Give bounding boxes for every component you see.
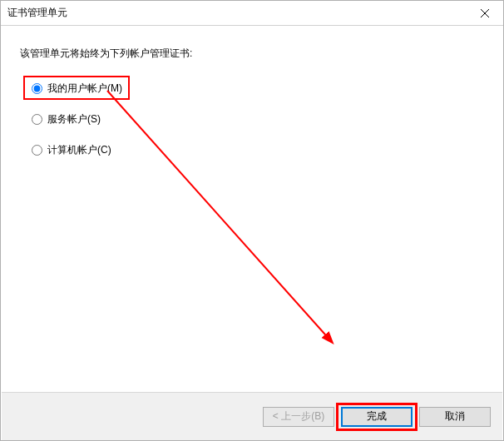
radio-computer-label: 计算机帐户(C) [47,143,111,157]
radio-my-user-account[interactable]: 我的用户帐户(M) [30,79,484,98]
close-icon [481,9,489,17]
window-title: 证书管理单元 [7,6,67,20]
finish-button[interactable]: 完成 [341,407,413,427]
radio-computer-input[interactable] [32,145,42,156]
dialog-window: 证书管理单元 该管理单元将始终为下列帐户管理证书: 我的用户帐户(M) 服务帐户… [0,0,504,441]
radio-computer-account[interactable]: 计算机帐户(C) [30,141,484,160]
button-bar: < 上一步(B) 完成 取消 [2,392,502,440]
close-button[interactable] [466,1,503,25]
back-button: < 上一步(B) [263,407,334,427]
titlebar: 证书管理单元 [1,1,503,26]
prompt-text: 该管理单元将始终为下列帐户管理证书: [20,47,484,61]
radio-my-user-input[interactable] [32,83,42,94]
account-radio-group: 我的用户帐户(M) 服务帐户(S) 计算机帐户(C) [30,79,484,160]
content-area: 该管理单元将始终为下列帐户管理证书: 我的用户帐户(M) 服务帐户(S) 计算机… [2,27,502,390]
radio-service-account[interactable]: 服务帐户(S) [30,110,484,129]
radio-service-label: 服务帐户(S) [47,112,101,126]
cancel-button[interactable]: 取消 [419,407,491,427]
radio-my-user-label: 我的用户帐户(M) [47,82,122,96]
radio-service-input[interactable] [32,114,42,125]
